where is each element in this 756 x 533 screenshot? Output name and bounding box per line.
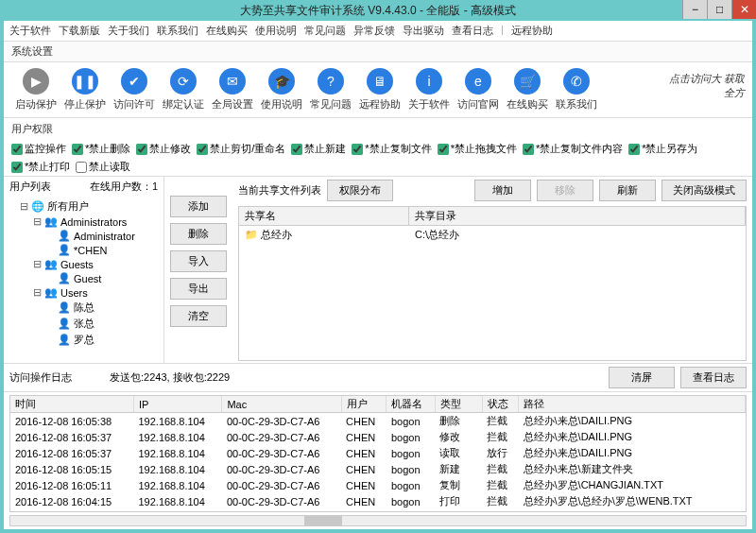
perm-9[interactable]: *禁止打印 — [11, 160, 70, 174]
share-remove-button[interactable]: 移除 — [537, 180, 593, 201]
log-col[interactable]: 状态 — [482, 396, 518, 413]
perm-checkbox[interactable] — [72, 144, 83, 155]
perm-checkbox[interactable] — [628, 144, 640, 155]
tool-全局设置[interactable]: ✉全局设置 — [208, 68, 257, 112]
log-col[interactable]: 机器名 — [387, 396, 435, 413]
menu-5[interactable]: 使用说明 — [255, 24, 297, 38]
menu-7[interactable]: 异常反馈 — [353, 24, 395, 38]
perm-10[interactable]: 禁止读取 — [76, 160, 130, 174]
perm-dist-button[interactable]: 权限分布 — [327, 180, 393, 201]
horizontal-scrollbar[interactable] — [9, 515, 747, 526]
tool-在线购买[interactable]: 🛒在线购买 — [503, 68, 552, 112]
expand-icon[interactable]: ⊟ — [32, 286, 42, 299]
tree-node[interactable]: 👤陈总 — [8, 300, 160, 316]
tool-访问官网[interactable]: e访问官网 — [454, 68, 503, 112]
log-table[interactable]: 时间IPMac用户机器名类型状态路径2016-12-08 16:05:38192… — [9, 395, 747, 512]
perm-checkbox[interactable] — [136, 144, 147, 155]
perm-7[interactable]: *禁止复制文件内容 — [523, 142, 623, 156]
close-advanced-button[interactable]: 关闭高级模式 — [662, 180, 747, 201]
log-row[interactable]: 2016-12-08 16:05:11192.168.8.10400-0C-29… — [10, 477, 746, 493]
node-icon: 👤 — [58, 230, 71, 242]
tool-远程协助[interactable]: 🖥远程协助 — [355, 68, 404, 112]
log-row[interactable]: 2016-12-08 16:04:15192.168.8.10400-0C-29… — [10, 493, 746, 509]
maximize-button[interactable]: □ — [707, 0, 731, 19]
tool-绑定认证[interactable]: ⟳绑定认证 — [159, 68, 208, 112]
tool-label: 启动保护 — [15, 97, 57, 112]
log-col[interactable]: 用户 — [341, 396, 387, 413]
tree-node[interactable]: ⊟👥Administrators — [8, 215, 160, 229]
log-row[interactable]: 2016-12-08 16:05:37192.168.8.10400-0C-29… — [10, 445, 746, 461]
perm-checkbox[interactable] — [197, 144, 208, 155]
menu-9[interactable]: 查看日志 — [452, 24, 493, 38]
clear-button[interactable]: 清空 — [170, 305, 227, 327]
tree-node[interactable]: ⊟👥Users — [8, 285, 160, 300]
perm-5[interactable]: *禁止复制文件 — [352, 142, 431, 156]
tool-停止保护[interactable]: ❚❚停止保护 — [60, 68, 110, 112]
perm-checkbox[interactable] — [438, 144, 449, 155]
close-button[interactable]: ✕ — [731, 0, 756, 19]
menu-3[interactable]: 联系我们 — [157, 24, 198, 38]
ad-banner[interactable]: 点击访问大 获取全方 — [660, 72, 745, 108]
tree-node[interactable]: 👤张总 — [8, 316, 160, 332]
tree-node[interactable]: ⊟🌐所有用户 — [8, 198, 160, 215]
log-col[interactable]: 类型 — [435, 396, 482, 413]
tree-node[interactable]: 👤Guest — [8, 271, 160, 285]
tool-icon: ✆ — [563, 68, 590, 95]
perm-checkbox[interactable] — [523, 144, 534, 155]
tree-node[interactable]: 👤*CHEN — [8, 243, 160, 257]
add-button[interactable]: 添加 — [170, 196, 227, 217]
menu-8[interactable]: 导出驱动 — [403, 24, 444, 38]
expand-icon[interactable]: ⊟ — [19, 200, 28, 213]
import-button[interactable]: 导入 — [170, 250, 227, 272]
menu-4[interactable]: 在线购买 — [206, 24, 248, 38]
perm-checkbox[interactable] — [11, 162, 23, 173]
tool-访问许可[interactable]: ✔访问许可 — [110, 68, 159, 112]
log-row[interactable]: 2016-12-08 16:05:15192.168.8.10400-0C-29… — [10, 461, 746, 477]
clear-log-button[interactable]: 清屏 — [609, 367, 675, 388]
log-row[interactable]: 2016-12-08 16:05:38192.168.8.10400-0C-29… — [10, 413, 746, 430]
perm-1[interactable]: *禁止删除 — [72, 142, 130, 156]
tree-node[interactable]: 👤罗总 — [8, 332, 160, 348]
minimize-button[interactable]: − — [682, 0, 707, 19]
log-row[interactable]: 2016-12-08 16:05:37192.168.8.10400-0C-29… — [10, 429, 746, 445]
expand-icon[interactable]: ⊟ — [32, 258, 42, 270]
share-row[interactable]: 📁 总经办C:\总经办 — [239, 226, 746, 244]
expand-icon[interactable]: ⊟ — [32, 215, 42, 228]
log-col[interactable]: 时间 — [10, 396, 133, 413]
perm-4[interactable]: 禁止新建 — [291, 142, 346, 156]
share-refresh-button[interactable]: 刷新 — [599, 180, 656, 201]
perm-checkbox[interactable] — [11, 144, 23, 155]
perm-0[interactable]: 监控操作 — [11, 142, 66, 156]
log-row[interactable]: 2016-12-08 16:04:13192.168.8.10400-0C-29… — [10, 509, 746, 512]
tree-node[interactable]: 👤Administrator — [8, 229, 160, 243]
sharelist-label: 当前共享文件列表 — [238, 183, 321, 198]
user-tree[interactable]: ⊟🌐所有用户⊟👥Administrators👤Administrator👤*CH… — [4, 197, 163, 363]
tool-关于软件[interactable]: i关于软件 — [404, 68, 454, 112]
menu-1[interactable]: 下载新版 — [59, 24, 100, 38]
perm-6[interactable]: *禁止拖拽文件 — [438, 142, 517, 156]
menu-11[interactable]: 远程协助 — [511, 24, 553, 38]
perm-checkbox[interactable] — [76, 162, 87, 173]
perm-8[interactable]: *禁止另存为 — [628, 142, 697, 156]
menu-2[interactable]: 关于我们 — [108, 24, 149, 38]
share-table[interactable]: 共享名 共享目录 📁 总经办C:\总经办 — [238, 206, 747, 361]
tool-联系我们[interactable]: ✆联系我们 — [552, 68, 601, 112]
tree-node[interactable]: ⊟👥Guests — [8, 257, 160, 271]
view-log-button[interactable]: 查看日志 — [680, 367, 747, 388]
delete-button[interactable]: 删除 — [170, 223, 227, 245]
perm-2[interactable]: 禁止修改 — [136, 142, 191, 156]
perm-checkbox[interactable] — [291, 144, 302, 155]
log-col[interactable]: IP — [133, 396, 221, 413]
tool-常见问题[interactable]: ?常见问题 — [306, 68, 355, 112]
menu-0[interactable]: 关于软件 — [9, 24, 51, 38]
tool-启动保护[interactable]: ▶启动保护 — [11, 68, 60, 112]
log-col[interactable]: 路径 — [519, 396, 746, 413]
perm-checkbox[interactable] — [352, 144, 363, 155]
share-add-button[interactable]: 增加 — [474, 180, 531, 201]
menu-6[interactable]: 常见问题 — [304, 24, 346, 38]
folder-icon: 📁 — [245, 229, 258, 240]
perm-3[interactable]: 禁止剪切/重命名 — [197, 142, 285, 156]
log-col[interactable]: Mac — [222, 396, 341, 413]
tool-使用说明[interactable]: 🎓使用说明 — [257, 68, 306, 112]
export-button[interactable]: 导出 — [170, 278, 227, 300]
